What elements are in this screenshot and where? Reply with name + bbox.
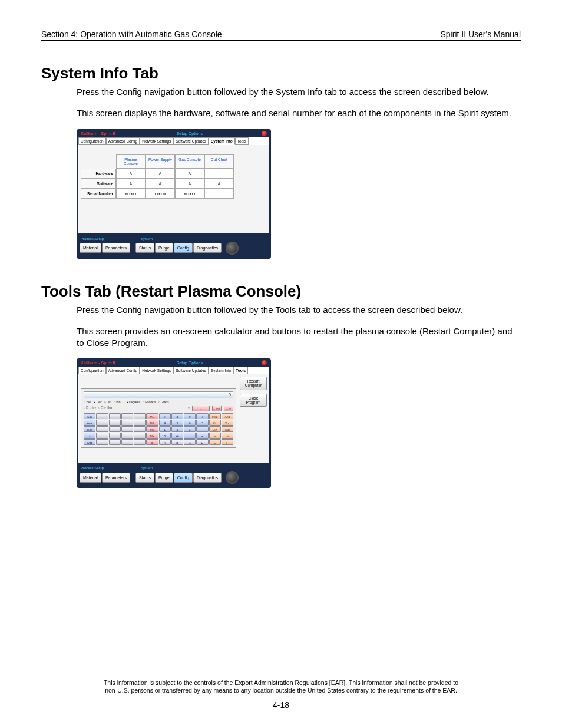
calc-key[interactable]: / [196, 413, 208, 419]
calc-key[interactable] [96, 433, 108, 439]
chk-inv[interactable]: Inv [90, 406, 96, 409]
radio-grads[interactable]: Grads [158, 400, 169, 404]
calc-key[interactable]: 1 [159, 426, 171, 432]
calc-key[interactable]: C [184, 439, 196, 445]
nav-status-button[interactable]: Status [135, 473, 154, 483]
calculator-mode-radios[interactable]: Hex Dec Oct Bin Degrees Radians Grads [84, 400, 233, 404]
calc-key[interactable] [109, 420, 121, 426]
calc-key[interactable]: E [209, 439, 221, 445]
calc-key[interactable] [134, 426, 146, 432]
radio-bin[interactable]: Bin [114, 400, 121, 404]
close-program-button[interactable]: Close Program [240, 394, 267, 407]
calc-key[interactable] [121, 439, 133, 445]
calc-key[interactable] [134, 413, 146, 419]
calc-key[interactable]: 7 [159, 413, 171, 419]
calc-ce[interactable]: CE [212, 406, 222, 411]
calc-key[interactable]: + [196, 433, 208, 439]
nav-purge-button[interactable]: Purge [155, 243, 173, 253]
calc-key[interactable]: Sum [84, 426, 95, 432]
calc-key[interactable]: - [196, 426, 208, 432]
calc-key[interactable] [109, 426, 121, 432]
tab-advanced-config[interactable]: Advanced Config [106, 367, 140, 374]
calc-key[interactable]: Sta [84, 413, 95, 419]
close-icon[interactable] [262, 131, 267, 136]
calc-key[interactable]: Int [222, 433, 233, 439]
tab-tools[interactable]: Tools [233, 367, 248, 374]
calc-key[interactable] [121, 426, 133, 432]
calc-key[interactable]: 4 [159, 420, 171, 426]
calc-key[interactable] [96, 439, 108, 445]
tab-system-info[interactable]: System Info [209, 367, 233, 374]
calc-key[interactable]: Mod [209, 413, 221, 419]
calc-key[interactable] [96, 420, 108, 426]
calc-key[interactable] [109, 439, 121, 445]
control-knob[interactable] [226, 471, 239, 484]
tab-configuration[interactable]: Configuration [78, 367, 106, 374]
calc-key[interactable]: D [196, 439, 208, 445]
calc-key[interactable]: Not [222, 426, 233, 432]
calc-key[interactable]: Ave [84, 420, 95, 426]
calc-key[interactable]: F [222, 439, 233, 445]
calc-key[interactable]: MC [146, 413, 158, 419]
calc-key[interactable] [134, 439, 146, 445]
calc-key[interactable] [134, 433, 146, 439]
calc-key[interactable] [109, 413, 121, 419]
calc-key[interactable]: MR [146, 420, 158, 426]
calc-key[interactable] [121, 420, 133, 426]
calc-key[interactable]: 6 [184, 420, 196, 426]
calc-key[interactable] [96, 426, 108, 432]
calc-key[interactable]: 9 [184, 413, 196, 419]
calc-key[interactable]: And [222, 413, 233, 419]
tab-advanced-config[interactable]: Advanced Config [106, 137, 140, 145]
nav-purge-button[interactable]: Purge [155, 473, 173, 483]
nav-config-button[interactable]: Config [174, 473, 193, 483]
tab-system-info[interactable]: System Info [209, 137, 235, 145]
calc-key[interactable]: 0 [159, 433, 171, 439]
calc-key[interactable]: s [84, 433, 95, 439]
radio-dec[interactable]: Dec [94, 400, 101, 404]
nav-parameters-button[interactable]: Parameters [102, 473, 130, 483]
calc-c[interactable]: C [224, 406, 233, 411]
radio-oct[interactable]: Oct [104, 400, 111, 404]
calc-key[interactable]: +/- [171, 433, 183, 439]
radio-radians[interactable]: Radians [143, 400, 156, 404]
calc-key[interactable]: * [196, 420, 208, 426]
calc-key[interactable]: 8 [171, 413, 183, 419]
nav-material-button[interactable]: Material [80, 243, 101, 253]
calc-key[interactable] [121, 433, 133, 439]
tab-network-settings[interactable]: Network Settings [140, 137, 173, 145]
nav-parameters-button[interactable]: Parameters [102, 243, 130, 253]
radio-degrees[interactable]: Degrees [127, 400, 140, 404]
radio-hex[interactable]: Hex [84, 400, 91, 404]
calc-key[interactable]: 3 [184, 426, 196, 432]
calc-key[interactable] [109, 433, 121, 439]
nav-diagnostics-button[interactable]: Diagnostics [193, 473, 222, 483]
calc-key[interactable]: A [159, 439, 171, 445]
calc-key[interactable] [96, 413, 108, 419]
calc-key[interactable]: Dat [84, 439, 95, 445]
calc-key[interactable]: MS [146, 426, 158, 432]
calc-key[interactable] [121, 413, 133, 419]
calc-key[interactable]: M+ [146, 433, 158, 439]
nav-diagnostics-button[interactable]: Diagnostics [193, 243, 222, 253]
tab-software-updates[interactable]: Software Updates [173, 367, 209, 374]
tab-network-settings[interactable]: Network Settings [140, 367, 173, 374]
calc-key[interactable]: Or [209, 420, 221, 426]
nav-status-button[interactable]: Status [135, 243, 154, 253]
calc-key[interactable]: 2 [171, 426, 183, 432]
tab-tools[interactable]: Tools [235, 137, 249, 145]
calc-key[interactable]: pi [146, 439, 158, 445]
chk-hyp[interactable]: Hyp [104, 406, 112, 409]
calc-key[interactable]: . [184, 433, 196, 439]
restart-computer-button[interactable]: Restart Computer [240, 377, 267, 390]
tab-configuration[interactable]: Configuration [78, 137, 106, 145]
calc-backspace[interactable]: Backspace [192, 406, 210, 411]
close-icon[interactable] [262, 360, 267, 365]
calc-key[interactable] [134, 420, 146, 426]
calc-key[interactable]: Lsh [209, 426, 221, 432]
control-knob[interactable] [226, 242, 239, 255]
nav-material-button[interactable]: Material [80, 473, 101, 483]
calc-key[interactable]: B [171, 439, 183, 445]
nav-config-button[interactable]: Config [174, 243, 193, 253]
calc-key[interactable]: 5 [171, 420, 183, 426]
